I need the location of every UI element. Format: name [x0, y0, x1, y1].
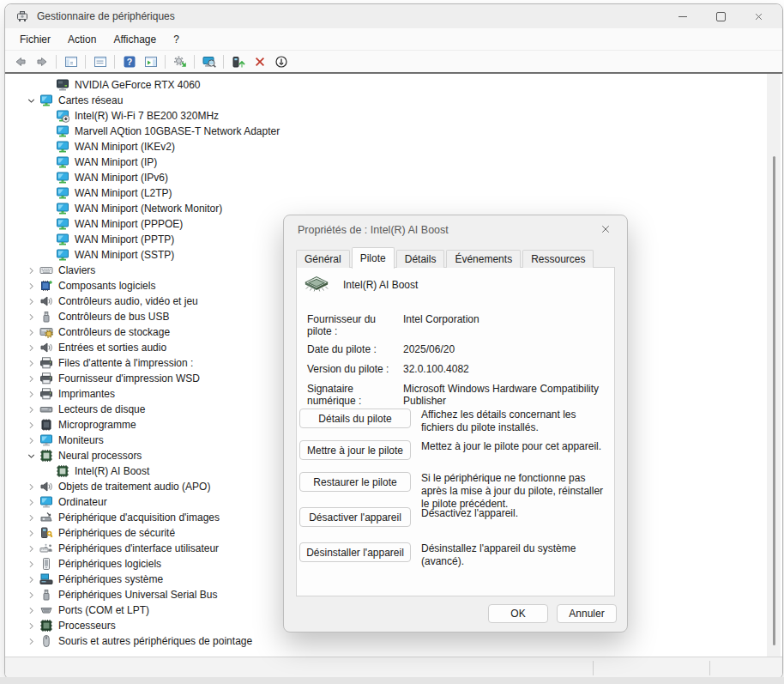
chevron-collapsed-icon[interactable]: [24, 526, 38, 540]
tree-item-label: WAN Miniport (L2TP): [75, 187, 172, 199]
chevron-collapsed-icon[interactable]: [24, 263, 38, 277]
tree-item-label: Processeurs: [58, 620, 116, 632]
chevron-collapsed-icon[interactable]: [24, 372, 38, 385]
network-adapter-icon: [56, 233, 69, 246]
chevron-collapsed-icon[interactable]: [24, 511, 38, 524]
chevron-collapsed-icon[interactable]: [24, 634, 38, 648]
tree-item-label: Moniteurs: [58, 434, 104, 446]
tree-item-label: WAN Miniport (PPPOE): [75, 218, 183, 230]
chevron-collapsed-icon[interactable]: [24, 603, 38, 617]
maximize-button[interactable]: [702, 4, 739, 28]
device-manager-app-icon: [15, 9, 29, 23]
chevron-slot: [40, 155, 54, 169]
chevron-expanded-icon[interactable]: [24, 94, 38, 107]
tree-item[interactable]: WAN Miniport (IP): [5, 154, 782, 170]
tree-item[interactable]: Intel(R) Wi-Fi 7 BE200 320MHz: [5, 108, 782, 124]
tab-pilote[interactable]: Pilote: [352, 247, 395, 269]
show-console-tree-icon[interactable]: [60, 52, 81, 71]
tree-item[interactable]: Marvell AQtion 10GBASE-T Network Adapter: [5, 124, 782, 139]
tree-item-label: Contrôleurs de stockage: [58, 326, 170, 338]
chevron-collapsed-icon[interactable]: [24, 341, 38, 354]
tree-item[interactable]: NVIDIA GeForce RTX 4060: [5, 77, 782, 93]
forward-icon[interactable]: [31, 52, 52, 71]
menu-item[interactable]: Fichier: [11, 30, 59, 49]
chevron-collapsed-icon[interactable]: [24, 557, 38, 571]
cancel-button[interactable]: Annuler: [557, 604, 617, 623]
tree-item-label: Objets de traitement audio (APO): [58, 481, 210, 493]
printer-icon: [39, 372, 53, 385]
chevron-collapsed-icon[interactable]: [24, 619, 38, 633]
update-driver-icon[interactable]: [227, 52, 249, 71]
uninstall-device-icon[interactable]: [249, 52, 270, 71]
action-pane-icon[interactable]: [140, 52, 161, 71]
menu-item[interactable]: ?: [165, 30, 188, 49]
field-label: Date du pilote :: [307, 343, 403, 357]
tab-général[interactable]: Général: [296, 250, 350, 268]
disk-drive-icon: [39, 403, 53, 416]
chip-green-icon: [39, 449, 53, 463]
toolbar-separator: [114, 55, 115, 69]
chevron-collapsed-icon[interactable]: [24, 418, 38, 432]
tree-item-label: Périphériques de sécurité: [58, 527, 175, 539]
chevron-collapsed-icon[interactable]: [24, 356, 38, 370]
search-computer-icon[interactable]: [198, 52, 220, 71]
driver-action-button[interactable]: Détails du pilote: [299, 409, 411, 428]
chevron-slot: [40, 109, 54, 123]
tree-item[interactable]: WAN Miniport (IPv6): [5, 170, 782, 185]
dialog-close-button[interactable]: [593, 219, 618, 241]
tab-ressources[interactable]: Ressources: [522, 250, 594, 268]
firmware-icon: [39, 418, 53, 432]
tree-item[interactable]: Souris et autres périphériques de pointa…: [5, 633, 782, 649]
chevron-collapsed-icon[interactable]: [24, 310, 38, 324]
menu-item[interactable]: Affichage: [105, 30, 165, 49]
minimize-icon: [678, 16, 687, 17]
chevron-collapsed-icon[interactable]: [24, 433, 38, 447]
toolbar: ?: [5, 50, 782, 73]
tree-item-label: WAN Miniport (SSTP): [75, 249, 174, 261]
close-button[interactable]: [739, 4, 777, 28]
tree-item[interactable]: WAN Miniport (IKEv2): [5, 139, 782, 154]
ok-button[interactable]: OK: [488, 604, 548, 623]
help-icon[interactable]: ?: [118, 52, 140, 71]
minimize-button[interactable]: [664, 4, 702, 28]
scrollbar-thumb[interactable]: [773, 156, 775, 645]
driver-action-row: Désinstaller l'appareil Désinstallez l'a…: [299, 542, 607, 568]
chip-3d-icon: [304, 275, 331, 295]
chevron-collapsed-icon[interactable]: [24, 294, 38, 308]
chevron-collapsed-icon[interactable]: [24, 572, 38, 586]
driver-action-description: Si le périphérique ne fonctionne pas apr…: [421, 472, 607, 511]
chevron-collapsed-icon[interactable]: [24, 480, 38, 493]
driver-action-button[interactable]: Mettre à jour le pilote: [299, 440, 411, 460]
driver-info-field: Signataire numérique : Microsoft Windows…: [307, 383, 609, 407]
menu-item[interactable]: Action: [59, 30, 105, 49]
driver-action-row: Détails du pilote Affichez les détails c…: [299, 409, 607, 434]
driver-action-button[interactable]: Désactiver l'appareil: [299, 507, 411, 527]
chevron-collapsed-icon[interactable]: [24, 403, 38, 416]
properties-icon[interactable]: [89, 52, 111, 71]
tree-item[interactable]: Cartes réseau: [5, 93, 782, 108]
driver-info-field: Date du pilote : 2025/06/20: [307, 343, 609, 357]
chevron-slot: [40, 171, 54, 185]
back-icon[interactable]: [9, 52, 31, 71]
vertical-scrollbar[interactable]: [767, 74, 781, 657]
disable-device-icon[interactable]: [270, 52, 292, 71]
tree-item-label: WAN Miniport (IKEv2): [75, 141, 175, 153]
chevron-expanded-icon[interactable]: [24, 449, 38, 463]
chevron-collapsed-icon[interactable]: [24, 542, 38, 555]
tab-détails[interactable]: Détails: [396, 250, 445, 268]
chevron-collapsed-icon[interactable]: [24, 279, 38, 293]
driver-info-fields: Fournisseur du pilote : Intel Corporatio…: [307, 313, 609, 413]
chevron-collapsed-icon[interactable]: [24, 588, 38, 602]
chevron-collapsed-icon[interactable]: [24, 387, 38, 401]
tree-item-label: Périphériques système: [58, 573, 163, 585]
driver-action-button[interactable]: Restaurer le pilote: [299, 472, 411, 492]
tree-item-label: Neural processors: [58, 450, 142, 462]
tab-événements[interactable]: Événements: [446, 250, 521, 268]
driver-action-description: Désinstallez l'appareil du système (avan…: [421, 542, 607, 568]
scan-hardware-icon[interactable]: [169, 52, 190, 71]
status-bar: [5, 657, 782, 679]
chevron-collapsed-icon[interactable]: [24, 495, 38, 509]
tree-item[interactable]: WAN Miniport (L2TP): [5, 185, 782, 201]
driver-action-button[interactable]: Désinstaller l'appareil: [299, 542, 411, 562]
chevron-collapsed-icon[interactable]: [24, 325, 38, 339]
